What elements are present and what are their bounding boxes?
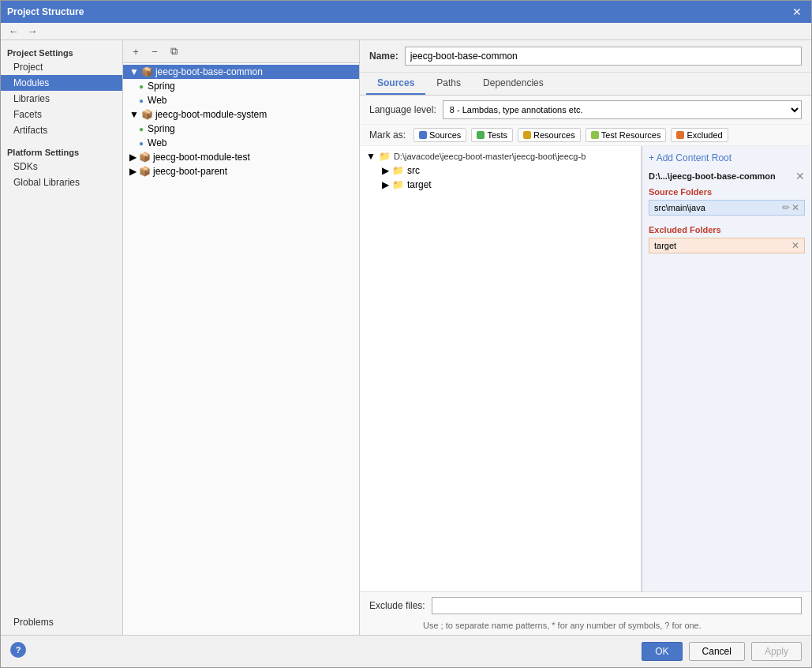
exclude-hint-text: Use ; to separate name patterns, * for a… [360, 619, 811, 635]
tree-item-spring-1[interactable]: ● Spring [123, 79, 359, 93]
exclude-files-row: Exclude files: [360, 591, 811, 619]
content-root-path: D:\javacode\jeecg-boot-master\jeecg-boot… [394, 152, 586, 161]
tree-item-target[interactable]: ▶ 📁 target [360, 178, 641, 192]
copy-module-button[interactable]: ⧉ [166, 43, 181, 59]
mark-as-label: Mark as: [369, 129, 406, 141]
cancel-button[interactable]: Cancel [689, 642, 745, 661]
close-path-button[interactable]: ✕ [795, 170, 805, 182]
main-content: Project Settings Project Modules Librari… [1, 40, 811, 635]
web-dot-icon: ● [139, 96, 144, 105]
file-tree-area: ▼ 📁 D:\javacode\jeecg-boot-master\jeecg-… [360, 146, 642, 591]
help-button[interactable]: ? [10, 642, 26, 658]
lang-level-row: Language level: 8 - Lambdas, type annota… [360, 96, 811, 125]
mark-sources-button[interactable]: Sources [413, 128, 466, 142]
add-content-root-button[interactable]: + Add Content Root [649, 152, 805, 163]
expand-icon: ▼ [129, 66, 139, 77]
module-tree: ▼ 📦 jeecg-boot-base-common ● Spring ● We… [123, 63, 359, 635]
sidebar-item-problems[interactable]: Problems [1, 614, 122, 630]
mark-tests-button[interactable]: Tests [471, 128, 513, 142]
expand-icon: ▼ [366, 151, 376, 162]
web-dot-icon: ● [139, 139, 144, 148]
sidebar-item-sdks[interactable]: SDKs [1, 159, 122, 175]
tree-item-jeecg-boot-module-test[interactable]: ▶ 📦 jeecg-boot-module-test [123, 150, 359, 164]
exclude-files-label: Exclude files: [369, 600, 425, 611]
expand-icon: ▶ [382, 179, 389, 190]
module-icon: 📦 [141, 109, 153, 120]
expand-icon: ▶ [129, 152, 137, 163]
tests-color-dot [477, 131, 485, 139]
resources-color-dot [523, 131, 531, 139]
excluded-folder-item: target ✕ [649, 238, 805, 253]
side-info-panel: + Add Content Root D:\...\jeecg-boot-bas… [642, 146, 811, 591]
path-title: D:\...\jeecg-boot-base-common ✕ [649, 170, 805, 182]
src-folder-icon: 📁 [392, 165, 404, 176]
mark-resources-button[interactable]: Resources [518, 128, 581, 142]
excluded-folders-label: Excluded Folders [649, 225, 805, 235]
add-module-button[interactable]: + [128, 43, 144, 59]
middle-panel: + − ⧉ ▼ 📦 jeecg-boot-base-common ● Sprin… [123, 40, 360, 635]
exclude-files-input[interactable] [432, 597, 802, 614]
sidebar-item-global-libraries[interactable]: Global Libraries [1, 175, 122, 190]
excluded-color-dot [676, 131, 684, 139]
name-label: Name: [369, 51, 399, 62]
remove-source-folder-button[interactable]: ✕ [791, 202, 799, 213]
lang-level-select[interactable]: 8 - Lambdas, type annotations etc. [443, 100, 802, 119]
edit-source-folder-button[interactable]: ✏ [782, 202, 790, 213]
sidebar-item-facets[interactable]: Facets [1, 107, 122, 122]
back-button[interactable]: ← [6, 24, 21, 39]
tree-item-spring-2[interactable]: ● Spring [123, 122, 359, 136]
tabs-row: Sources Paths Dependencies [360, 73, 811, 96]
project-settings-header: Project Settings [1, 45, 122, 59]
tree-item-web-1[interactable]: ● Web [123, 93, 359, 107]
source-folder-path: src\main\java [654, 203, 705, 212]
right-panel: Name: Sources Paths Dependencies Languag… [360, 40, 811, 635]
ok-button[interactable]: OK [642, 642, 682, 661]
tree-item-jeecg-boot-module-system[interactable]: ▼ 📦 jeecg-boot-module-system [123, 107, 359, 122]
forward-button[interactable]: → [24, 24, 40, 39]
target-folder-icon: 📁 [392, 179, 404, 190]
dialog-title: Project Structure [7, 6, 84, 17]
sidebar-item-project[interactable]: Project [1, 59, 122, 75]
module-icon: 📦 [141, 66, 153, 77]
tree-item-web-2[interactable]: ● Web [123, 136, 359, 150]
sources-color-dot [419, 131, 427, 139]
tab-dependencies[interactable]: Dependencies [472, 73, 555, 95]
sidebar-item-libraries[interactable]: Libraries [1, 91, 122, 107]
expand-icon: ▶ [382, 165, 389, 176]
mark-test-resources-button[interactable]: Test Resources [586, 128, 667, 142]
apply-button[interactable]: Apply [751, 642, 802, 661]
tree-item-jeecg-boot-parent[interactable]: ▶ 📦 jeecg-boot-parent [123, 164, 359, 178]
platform-settings-header: Platform Settings [1, 144, 122, 159]
spring-dot-icon: ● [139, 82, 144, 91]
title-bar: Project Structure ✕ [1, 1, 811, 23]
expand-icon: ▶ [129, 166, 137, 177]
top-nav-bar: ← → [1, 23, 811, 40]
source-folders-label: Source Folders [649, 187, 805, 197]
tree-item-src[interactable]: ▶ 📁 src [360, 163, 641, 178]
source-item-actions: ✏ ✕ [782, 202, 799, 213]
module-icon: 📦 [139, 166, 151, 177]
sidebar-item-artifacts[interactable]: Artifacts [1, 122, 122, 138]
project-structure-dialog: Project Structure ✕ ← → Project Settings… [0, 0, 812, 668]
excluded-folder-path: target [654, 241, 676, 250]
name-row: Name: [360, 40, 811, 73]
mark-as-row: Mark as: Sources Tests Resources Test Re… [360, 125, 811, 146]
mark-excluded-button[interactable]: Excluded [671, 128, 728, 142]
tab-paths[interactable]: Paths [425, 73, 472, 95]
bottom-bar: ? OK Cancel Apply [1, 635, 811, 667]
name-input[interactable] [405, 47, 802, 66]
sidebar-item-modules[interactable]: Modules [1, 75, 122, 91]
spring-dot-icon: ● [139, 125, 144, 133]
middle-toolbar: + − ⧉ [123, 40, 359, 63]
test-resources-color-dot [591, 131, 599, 139]
folder-icon: 📁 [379, 151, 391, 162]
tree-item-jeecg-boot-base-common[interactable]: ▼ 📦 jeecg-boot-base-common [123, 65, 359, 79]
close-dialog-button[interactable]: ✕ [789, 6, 805, 18]
module-icon: 📦 [139, 152, 151, 163]
remove-module-button[interactable]: − [147, 43, 163, 59]
lang-level-label: Language level: [369, 104, 436, 115]
tab-sources[interactable]: Sources [366, 73, 425, 95]
content-root-item[interactable]: ▼ 📁 D:\javacode\jeecg-boot-master\jeecg-… [360, 149, 641, 163]
content-area: ▼ 📁 D:\javacode\jeecg-boot-master\jeecg-… [360, 146, 811, 591]
remove-excluded-folder-button[interactable]: ✕ [791, 240, 799, 251]
